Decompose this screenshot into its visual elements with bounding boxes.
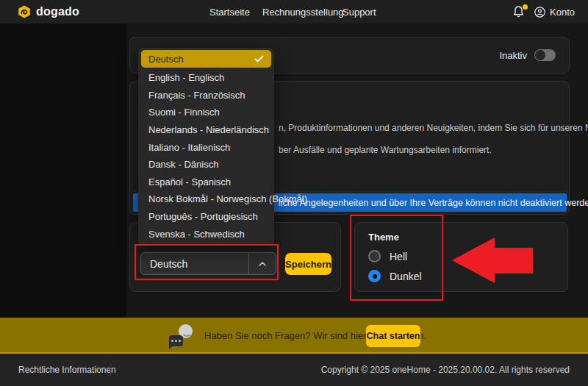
nav-rechnungsstellung[interactable]: Rechnungsstellung	[262, 0, 344, 24]
notifications-bell-icon[interactable]	[512, 5, 527, 19]
menu-option-english[interactable]: English - Englisch	[138, 69, 274, 87]
menu-option-portugues[interactable]: Português - Portugiesisch	[138, 208, 274, 226]
newsletter-description-text: n, Produktinformationen und anderen Neui…	[279, 123, 588, 133]
footer-divider	[110, 363, 111, 376]
chevron-up-icon	[249, 262, 276, 266]
inaktiv-toggle[interactable]	[534, 49, 556, 61]
nav-support[interactable]: Support	[343, 0, 376, 24]
account-label: Konto	[550, 7, 575, 18]
menu-option-italiano[interactable]: Italiano - Italienisch	[138, 138, 274, 156]
chat-banner: Haben Sie noch Fragen? Wir sind hier um …	[0, 318, 588, 354]
chat-start-button[interactable]: Chat starten	[366, 325, 420, 347]
language-select[interactable]: Deutsch	[140, 252, 276, 275]
menu-option-nederlands[interactable]: Nederlands - Niederländisch	[138, 121, 274, 139]
menu-option-label: Deutsch	[148, 54, 184, 65]
maintenance-description-text: ber Ausfälle und geplante Wartungsarbeit…	[279, 145, 492, 155]
brand-logo-link[interactable]: dogado	[18, 0, 79, 24]
copyright-text: Copyright © 2025 oneHome - 2025.20.00.02…	[321, 354, 570, 386]
menu-option-dansk[interactable]: Dansk - Dänisch	[138, 156, 274, 174]
top-navigation-bar: dogado Startseite Rechnungsstellung Supp…	[0, 0, 588, 24]
menu-option-francais[interactable]: Français - Französisch	[138, 87, 274, 104]
user-icon	[534, 7, 545, 18]
radio-selected-icon[interactable]	[368, 270, 381, 282]
chat-bubble-dark	[169, 335, 183, 346]
menu-option-suomi[interactable]: Suomi - Finnisch	[138, 104, 274, 121]
nav-startseite[interactable]: Startseite	[209, 0, 250, 24]
language-select-value: Deutsch	[141, 258, 248, 270]
legal-info-link[interactable]: Rechtliche Informationen	[18, 354, 116, 386]
menu-option-deutsch[interactable]: Deutsch	[141, 50, 271, 68]
radio-unselected-icon[interactable]	[368, 250, 381, 262]
footer: Rechtliche Informationen Copyright © 202…	[0, 354, 588, 386]
menu-option-norsk[interactable]: Norsk Bokmål - Norwegisch (Bokmål)	[138, 190, 274, 208]
notification-badge	[523, 4, 528, 10]
radio-label-hell: Hell	[390, 251, 407, 262]
brand-name: dogado	[36, 5, 79, 18]
account-menu[interactable]: Konto	[534, 0, 575, 24]
left-sidebar	[0, 24, 126, 318]
info-banner-text: liche Angelegenheiten und über Ihre Vert…	[279, 198, 588, 208]
language-dropdown-menu: Deutsch English - Englisch Français - Fr…	[138, 48, 274, 246]
save-button[interactable]: Speichern	[285, 253, 331, 275]
menu-option-espanol[interactable]: Español - Spanisch	[138, 174, 274, 191]
theme-title: Theme	[368, 232, 399, 243]
chat-bubbles-icon	[169, 324, 193, 348]
radio-label-dunkel: Dunkel	[390, 271, 422, 282]
theme-radio-dunkel[interactable]: Dunkel	[368, 270, 422, 282]
dogado-logo-icon	[18, 5, 31, 18]
toggle-knob	[535, 50, 545, 60]
toggle-label: Inaktiv	[499, 50, 527, 61]
app-window: dogado Startseite Rechnungsstellung Supp…	[0, 0, 588, 386]
checkmark-icon	[254, 55, 264, 62]
menu-option-svenska[interactable]: Svenska - Schwedisch	[138, 225, 274, 243]
theme-radio-hell[interactable]: Hell	[368, 250, 407, 262]
